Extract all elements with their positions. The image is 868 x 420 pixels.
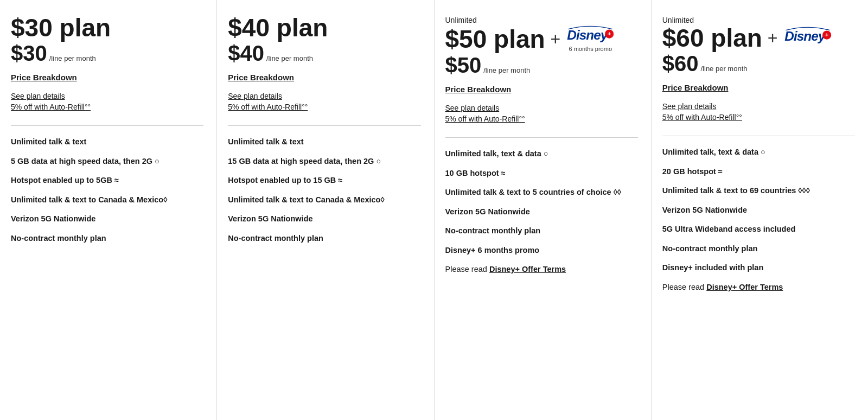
plan-label-small: Unlimited: [445, 16, 477, 24]
divider: [662, 136, 855, 136]
see-plan-details-link[interactable]: See plan details: [228, 92, 420, 100]
feature-item: Unlimited talk & text: [228, 137, 420, 148]
features-list: Unlimited talk & text 5 GB data at high …: [11, 137, 203, 244]
offer-terms-item: Please read Disney+ Offer Terms: [662, 282, 855, 293]
feature-item: 20 GB hotspot ≈: [662, 167, 855, 177]
plus-sign: +: [768, 29, 778, 47]
feature-item: No-contract monthly plan: [445, 226, 638, 237]
offer-terms-prefix: Please read: [445, 265, 489, 273]
plan-links: See plan details 5% off with Auto-Refill…: [662, 102, 855, 122]
feature-item: Disney+ included with plan: [662, 263, 855, 273]
plan-title: $30 plan: [11, 15, 203, 40]
see-plan-details-link[interactable]: See plan details: [11, 92, 203, 100]
plan-price-suffix: /line per month: [483, 66, 530, 74]
plan-price-row: $40 /line per month: [228, 42, 420, 64]
feature-item: No-contract monthly plan: [662, 244, 855, 254]
plan-col-plan-60: Unlimited $60 plan + Disney + $60 /li: [652, 0, 868, 420]
plan-title: $60 plan + Disney +: [662, 26, 855, 50]
plan-col-plan-30: $30 plan $30 /line per month Price Break…: [0, 0, 217, 420]
divider: [228, 125, 420, 126]
auto-refill-link[interactable]: 5% off with Auto-Refill°°: [11, 103, 203, 111]
feature-item: Unlimited talk & text: [11, 137, 203, 148]
plan-title: $50 plan + Disney + 6 months promo: [445, 26, 638, 52]
feature-item: Unlimited talk & text to Canada & Mexico…: [11, 195, 203, 206]
plan-title-text: $50 plan: [445, 27, 545, 52]
feature-item: No-contract monthly plan: [11, 233, 203, 244]
feature-item: Verizon 5G Nationwide: [662, 205, 855, 216]
plan-title-text: $60 plan: [662, 26, 762, 50]
svg-text:Disney: Disney: [567, 28, 609, 42]
svg-text:+: +: [608, 30, 611, 37]
plan-price: $50: [445, 54, 482, 76]
see-plan-details-link[interactable]: See plan details: [662, 102, 855, 111]
plan-price-suffix: /line per month: [49, 54, 96, 62]
offer-terms-item: Please read Disney+ Offer Terms: [445, 264, 638, 275]
plan-price: $40: [228, 42, 264, 64]
auto-refill-link[interactable]: 5% off with Auto-Refill°°: [445, 114, 638, 123]
feature-item: Verizon 5G Nationwide: [445, 207, 638, 218]
plus-sign: +: [551, 30, 561, 48]
offer-terms-link[interactable]: Disney+ Offer Terms: [489, 265, 566, 273]
plan-price: $60: [662, 53, 699, 74]
feature-item: Unlimited talk & text to 69 countries ◊◊…: [662, 186, 855, 196]
plan-title: $40 plan: [228, 15, 420, 40]
plan-links: See plan details 5% off with Auto-Refill…: [228, 92, 420, 111]
see-plan-details-link[interactable]: See plan details: [445, 104, 638, 112]
plans-container: $30 plan $30 /line per month Price Break…: [0, 0, 868, 420]
feature-item: Unlimited talk, text & data ○: [662, 147, 855, 158]
divider: [11, 125, 203, 126]
feature-item: No-contract monthly plan: [228, 233, 420, 244]
auto-refill-link[interactable]: 5% off with Auto-Refill°°: [662, 113, 855, 122]
feature-item: Unlimited talk & text to Canada & Mexico…: [228, 195, 420, 206]
plan-price-row: $30 /line per month: [11, 42, 203, 64]
feature-item: 10 GB hotspot ≈: [445, 168, 638, 179]
feature-item: 5G Ultra Wideband access included: [662, 224, 855, 235]
plan-price-row: $50 /line per month: [445, 54, 638, 76]
plan-price: $30: [11, 42, 47, 64]
feature-item: 15 GB data at high speed data, then 2G ○: [228, 156, 420, 167]
plan-price-suffix: /line per month: [266, 54, 313, 62]
feature-item: Verizon 5G Nationwide: [11, 214, 203, 225]
offer-terms-prefix: Please read: [662, 283, 706, 291]
svg-text:+: +: [825, 31, 828, 38]
feature-item: Verizon 5G Nationwide: [228, 214, 420, 225]
divider: [445, 137, 638, 138]
feature-item: Unlimited talk & text to 5 countries of …: [445, 187, 638, 198]
plan-col-plan-40: $40 plan $40 /line per month Price Break…: [217, 0, 434, 420]
plan-label-small: Unlimited: [662, 16, 694, 24]
plan-price-suffix: /line per month: [701, 65, 748, 73]
plan-links: See plan details 5% off with Auto-Refill…: [445, 104, 638, 123]
features-list: Unlimited talk & text 15 GB data at high…: [228, 137, 420, 244]
features-list: Unlimited talk, text & data ○ 10 GB hots…: [445, 149, 638, 275]
offer-terms-link[interactable]: Disney+ Offer Terms: [706, 283, 783, 291]
plan-links: See plan details 5% off with Auto-Refill…: [11, 92, 203, 111]
price-breakdown-link[interactable]: Price Breakdown: [228, 73, 420, 82]
price-breakdown-link[interactable]: Price Breakdown: [662, 83, 855, 92]
plan-col-plan-50: Unlimited $50 plan + Disney + 6 months p…: [435, 0, 652, 420]
feature-item: 5 GB data at high speed data, then 2G ○: [11, 156, 203, 167]
plan-title-text: $30 plan: [11, 15, 111, 40]
plan-price-row: $60 /line per month: [662, 53, 855, 74]
feature-item: Disney+ 6 months promo: [445, 245, 638, 256]
features-list: Unlimited talk, text & data ○ 20 GB hots…: [662, 147, 855, 293]
price-breakdown-link[interactable]: Price Breakdown: [445, 85, 638, 94]
price-breakdown-link[interactable]: Price Breakdown: [11, 73, 203, 82]
feature-item: Hotspot enabled up to 15 GB ≈: [228, 175, 420, 186]
svg-text:Disney: Disney: [784, 29, 826, 43]
feature-item: Hotspot enabled up to 5GB ≈: [11, 175, 203, 186]
auto-refill-link[interactable]: 5% off with Auto-Refill°°: [228, 103, 420, 111]
plan-title-text: $40 plan: [228, 15, 328, 40]
feature-item: Unlimited talk, text & data ○: [445, 149, 638, 160]
